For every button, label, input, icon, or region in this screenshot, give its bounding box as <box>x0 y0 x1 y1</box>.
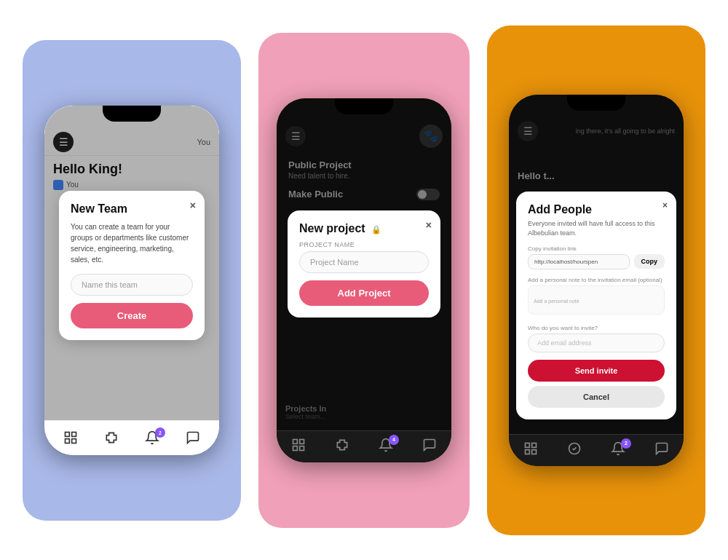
nav-puzzle-icon[interactable] <box>104 430 119 445</box>
p2-nav-puzzle[interactable] <box>335 438 349 456</box>
phone-notch-1 <box>103 106 161 122</box>
phone-frame-2: ☰ 🐾 Public Project Need talent to hire. … <box>277 98 451 462</box>
notification-badge: 2 <box>155 427 165 438</box>
phone-notch-3 <box>567 95 625 111</box>
new-team-description: You can create a team for your groups or… <box>71 221 193 265</box>
close-button-1[interactable]: × <box>190 200 196 211</box>
phone-card-1: ☰ You Hello King! You New Team × You can… <box>23 40 241 521</box>
svg-rect-7 <box>300 446 304 450</box>
add-people-title: Add People <box>528 203 665 216</box>
p2-nav-chat[interactable] <box>422 438 437 456</box>
copy-link-label: Copy invitation link <box>528 245 665 252</box>
svg-rect-8 <box>526 443 530 447</box>
new-project-title: New project 🔒 <box>299 222 429 235</box>
who-invite-label: Who do you want to invite? <box>528 325 665 331</box>
phone-screen-1: ☰ You Hello King! You New Team × You can… <box>44 106 219 455</box>
nav-grid-icon[interactable] <box>63 430 78 445</box>
bottom-nav-3: 2 <box>509 434 684 466</box>
svg-rect-10 <box>526 449 530 454</box>
send-invite-button[interactable]: Send invite <box>528 360 665 382</box>
add-people-description: Everyone invited will have full access t… <box>528 219 665 237</box>
note-label: Add a personal note to the invitation em… <box>528 277 665 283</box>
svg-rect-3 <box>72 439 76 443</box>
svg-rect-4 <box>293 439 298 443</box>
p2-nav-bell[interactable]: 4 <box>379 438 393 456</box>
phone-screen-2: ☰ 🐾 Public Project Need talent to hire. … <box>277 98 451 462</box>
close-button-2[interactable]: × <box>426 219 432 231</box>
copy-link-button[interactable]: Copy <box>634 254 665 269</box>
project-name-input[interactable]: Project Name <box>299 251 429 273</box>
svg-rect-1 <box>72 433 76 437</box>
modal-overlay-2: New project 🔒 × Project Name Project Nam… <box>277 98 451 430</box>
team-name-input[interactable]: Name this team <box>71 274 193 296</box>
svg-rect-9 <box>532 443 537 447</box>
invitation-link-input[interactable]: http://localhost/hourspen <box>528 254 630 269</box>
lock-icon: 🔒 <box>371 225 381 234</box>
add-people-modal: Add People × Everyone invited will have … <box>516 192 676 419</box>
create-team-button[interactable]: Create <box>71 303 193 328</box>
project-name-label: Project Name <box>299 241 429 248</box>
bottom-nav-2: 4 <box>277 430 451 462</box>
svg-rect-6 <box>293 446 298 450</box>
nav-chat-icon[interactable] <box>186 430 200 445</box>
phone-notch-2 <box>335 98 393 114</box>
p2-nav-grid[interactable] <box>291 438 306 456</box>
phone-card-3: ☰ ing there, it's all going to be alrigh… <box>487 25 705 535</box>
p3-notification-badge: 2 <box>621 438 631 449</box>
p3-nav-chat[interactable] <box>654 441 669 460</box>
phone-card-2: ☰ 🐾 Public Project Need talent to hire. … <box>258 33 470 528</box>
phone-frame-1: ☰ You Hello King! You New Team × You can… <box>44 106 219 455</box>
phone-frame-3: ☰ ing there, it's all going to be alrigh… <box>509 95 684 466</box>
new-team-title: New Team <box>71 202 193 216</box>
add-project-button[interactable]: Add Project <box>299 280 429 306</box>
note-placeholder: Add a personal note <box>534 299 579 304</box>
p2-notification-badge: 4 <box>389 435 399 445</box>
new-team-modal: New Team × You can create a team for you… <box>59 191 205 340</box>
phone-screen-3: ☰ ing there, it's all going to be alrigh… <box>509 95 684 466</box>
svg-rect-0 <box>66 433 70 437</box>
cancel-button[interactable]: Cancel <box>528 386 665 408</box>
modal-overlay-1: New Team × You can create a team for you… <box>44 106 219 426</box>
copy-link-row: http://localhost/hourspen Copy <box>528 254 665 269</box>
svg-rect-11 <box>532 449 537 454</box>
close-button-3[interactable]: × <box>662 200 668 210</box>
bottom-nav-1: 2 <box>44 420 219 455</box>
p3-nav-bell[interactable]: 2 <box>611 441 625 460</box>
new-project-modal: New project 🔒 × Project Name Project Nam… <box>288 210 440 318</box>
modal-overlay-3: Add People × Everyone invited will have … <box>509 95 684 434</box>
svg-rect-5 <box>300 439 304 443</box>
svg-rect-2 <box>66 439 70 443</box>
email-address-input[interactable]: Add email address <box>528 334 665 352</box>
p3-nav-check[interactable] <box>567 441 582 460</box>
nav-bell-icon[interactable]: 2 <box>145 430 159 445</box>
p3-nav-grid[interactable] <box>523 441 538 460</box>
